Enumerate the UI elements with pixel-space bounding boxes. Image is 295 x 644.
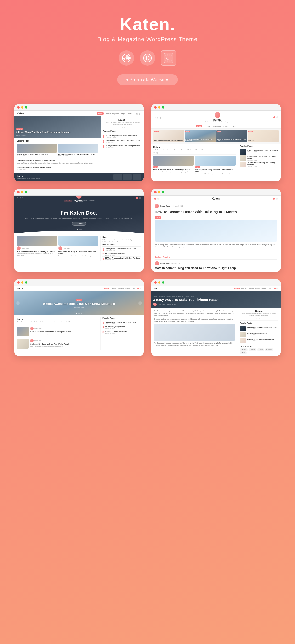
screenshot-card-6: Katen. Home Lifestyle Inspiration Pages … xyxy=(151,279,281,356)
card4-badge: Travel xyxy=(155,216,161,219)
hero-section: Katen. Blog & Magazine WordPress Theme W xyxy=(0,0,295,95)
card1-layout: Katen. Home Lifestyle Inspiration Pages … xyxy=(14,111,144,181)
card3-layout: f t g p Katen. Lifestyle xyxy=(14,196,144,262)
card1-active-nav: Home xyxy=(97,112,103,114)
browser-dot-green xyxy=(25,106,27,108)
card2-layout: ftgpy Katen. Professional Writer & Fashi… xyxy=(151,111,281,176)
card5-post-1: Katen Jane How To Become Better With Bui… xyxy=(17,326,98,338)
card4-next-post: Katen Jane 19 March 2021 Most Important … xyxy=(155,260,277,270)
screenshots-grid: Katen. Home Lifestyle Inspiration Pages … xyxy=(0,95,295,370)
card3-post-1: Katen Jane How To Become Better With Bui… xyxy=(17,236,57,257)
card2-hero-1: Travel Most Burning Questions About Ligh… xyxy=(153,130,184,142)
hero-subtitle: Blog & Magazine WordPress Theme xyxy=(5,36,290,43)
browser-chrome-3 xyxy=(14,189,144,196)
card1-editors-pick-label: Editor's Pick xyxy=(17,140,98,142)
svg-rect-6 xyxy=(148,59,149,60)
card2-post-2: Travel Most Important Thing You Need To … xyxy=(195,156,236,175)
svg-point-2 xyxy=(143,54,152,62)
card5-post-2: Katen Jane An Incredibly Easy Method Tha… xyxy=(17,338,98,350)
card1-logo: Katen. xyxy=(17,112,25,115)
card2-hero-2: Travel 9 Most Awesome Blue Lake With Sno… xyxy=(185,130,216,142)
svg-rect-4 xyxy=(148,56,149,57)
card6-hero: Home > Inspiration > 3 Easy Ways To Make… xyxy=(151,291,281,308)
premade-badge: 5 Pre-made Websites xyxy=(117,74,178,85)
screenshot-card-5: Katen. Home Lifestyle Inspiration Pages … xyxy=(14,279,144,356)
card1-hero-title: 5 Easy Ways You Can Turn Future Into Suc… xyxy=(16,131,99,134)
browser-chrome-6 xyxy=(151,279,281,286)
card6-post-body: The European languages are members of th… xyxy=(154,310,235,354)
screenshot-card-4: Katen. Katen Jane · 19 March 2021 How xyxy=(151,189,281,272)
card1-hero-date: March 23, 2021 xyxy=(16,134,99,136)
svg-rect-3 xyxy=(146,56,147,60)
card1-editor-post-2: An Incredibly Easy Method That Works For… xyxy=(58,144,98,157)
card1-editors-pick: Editor's Pick 3 Easy Ways To Make Your i… xyxy=(14,138,101,173)
card4-read-more[interactable]: Continue Reading xyxy=(155,256,277,258)
card1-hero-img: Lifestyle 5 Easy Ways You Can Turn Futur… xyxy=(14,116,101,138)
card5-prev-arrow[interactable]: ‹ xyxy=(16,302,20,305)
card5-slider: ‹ Travel 9 Most Awesome Blue Lake With S… xyxy=(14,291,144,315)
browser-dot-red xyxy=(17,106,20,108)
card2-hero-4: Travel Feel The... xyxy=(248,130,279,142)
card6-post-img xyxy=(154,324,235,341)
card1-popular-3: 3 10 Ways To Immediately Start Selling F… xyxy=(103,144,142,149)
craft-icon: C xyxy=(161,50,176,66)
wordpress-icon: W xyxy=(119,50,134,66)
card6-layout: Katen. Home Lifestyle Inspiration Pages … xyxy=(151,286,281,356)
card5-next-arrow[interactable]: › xyxy=(138,302,142,305)
card4-layout: Katen. Katen Jane · 19 March 2021 How xyxy=(151,196,281,272)
card4-post-img xyxy=(155,220,277,242)
card2-hero-3: Travel Open The Gates For Chair By Using… xyxy=(217,130,247,142)
svg-text:W: W xyxy=(125,56,129,60)
card5-slider-badge: Travel xyxy=(76,299,82,301)
card1-popular-2: 2 An Incredibly Easy Method That Works F… xyxy=(103,139,142,144)
browser-chrome-4 xyxy=(151,189,281,196)
card6-explore: Explore Topics Lifestyle Fashion Travel … xyxy=(240,345,278,354)
browser-dot-yellow xyxy=(21,106,23,108)
card1-hero-badge: Lifestyle xyxy=(16,128,23,130)
card3-post-2: Katen Jane Most Important Thing You Need… xyxy=(58,236,99,257)
card1-footer: Katen. Blog & Magazine WordPress Theme xyxy=(14,173,144,181)
card1-popular-1: 1 3 Easy Ways To Make Your iPhone Faster… xyxy=(103,134,142,139)
elementor-icon xyxy=(140,50,155,66)
card1-sidebar: Katen. Hello, I'm a content writer who i… xyxy=(101,116,144,173)
svg-rect-5 xyxy=(148,58,149,58)
card5-layout: Katen. Home Lifestyle Inspiration Pages … xyxy=(14,286,144,352)
card1-big-editor-post: 15 Unheard Ways To Achieve Greater Walke… xyxy=(17,158,98,165)
card6-post-title: 3 Easy Ways To Make Your iPhone Faster xyxy=(153,298,279,302)
card1-small-editor-post: 3 Unheard Ways To Achieve Greater Walker… xyxy=(17,166,98,171)
card4-post-title: How To Become Better With Building In 1 … xyxy=(155,210,277,214)
card4-content: Katen Jane · 19 March 2021 How To Become… xyxy=(151,202,281,272)
browser-chrome-2 xyxy=(151,104,281,111)
screenshot-card-3: f t g p Katen. Lifestyle xyxy=(14,189,144,272)
screenshot-card-2: ftgpy Katen. Professional Writer & Fashi… xyxy=(151,104,281,181)
card4-post-text: Far far away, behind the word mountains,… xyxy=(155,244,277,248)
card2-post-1: Travel How To Become Better With Buildin… xyxy=(153,156,194,175)
browser-chrome-1 xyxy=(14,104,144,111)
screenshot-card-1: Katen. Home Lifestyle Inspiration Pages … xyxy=(14,104,144,181)
plugin-icons-row: W C xyxy=(5,50,290,66)
card1-editor-post-1: 3 Easy Ways To Make Your iPhone Faster 1… xyxy=(17,144,57,157)
card5-slider-title: 9 Most Awesome Blue Lake With Snow Mount… xyxy=(43,302,115,306)
browser-chrome-5 xyxy=(14,279,144,286)
hero-title: Katen. xyxy=(5,14,290,34)
